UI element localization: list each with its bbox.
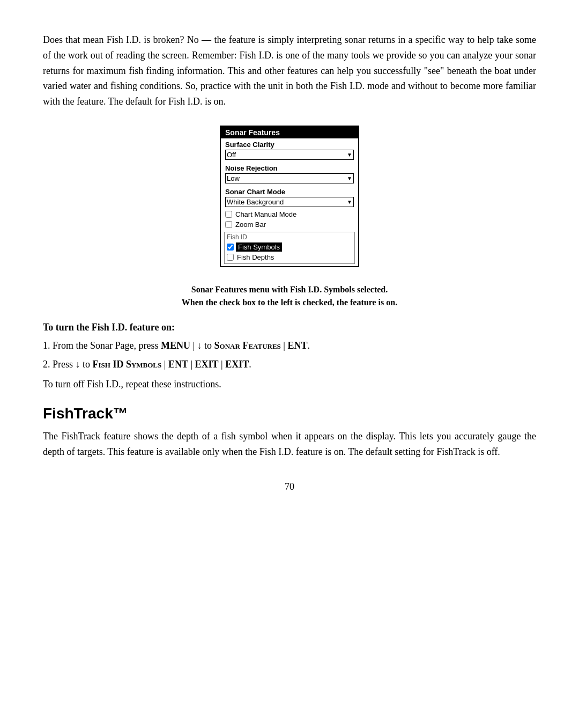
sonar-chart-mode-select[interactable]: White Background Black Background [226,197,353,207]
menu-container: Sonar Features Surface Clarity Off Low M… [43,126,536,267]
noise-rejection-select-wrapper[interactable]: Low Medium High ▼ [225,173,354,183]
surface-clarity-select-wrapper[interactable]: Off Low Medium High ▼ [225,150,354,160]
step1-menu-key: MENU [161,340,190,351]
sonar-chart-mode-row: White Background Black Background ▼ [221,196,358,209]
fish-id-group-label: Fish ID [227,233,352,241]
step1-ent: | ENT. [281,340,310,351]
step1-text: 1. From the Sonar Page, press [43,340,161,351]
menu-title: Sonar Features [221,127,358,138]
surface-clarity-row: Off Low Medium High ▼ [221,149,358,162]
noise-rejection-select[interactable]: Low Medium High [226,174,353,183]
fish-symbols-checkbox[interactable] [227,244,234,251]
intro-paragraph: Does that mean Fish I.D. is broken? No —… [43,32,536,109]
fish-depths-label: Fish Depths [237,253,274,261]
step2-text: 2. Press ↓ to [43,359,93,370]
fishtrack-heading: FishTrack™ [43,405,536,422]
chart-manual-mode-checkbox[interactable] [225,211,232,218]
turn-on-heading: To turn the Fish I.D. feature on: [43,322,536,333]
step1-arrow: | ↓ to [190,340,214,351]
zoom-bar-row: Zoom Bar [221,219,358,230]
surface-clarity-label: Surface Clarity [221,138,358,149]
fish-symbols-row: Fish Symbols [227,242,352,252]
surface-clarity-select[interactable]: Off Low Medium High [226,150,353,159]
step2-end: | ENT | EXIT | EXIT. [161,359,251,370]
caption-block: Sonar Features menu with Fish I.D. Symbo… [43,283,536,309]
noise-rejection-row: Low Medium High ▼ [221,173,358,186]
zoom-bar-checkbox[interactable] [225,221,232,228]
caption-line2: When the check box to the left is checke… [43,296,536,309]
fish-symbols-label: Fish Symbols [236,242,282,252]
step2: 2. Press ↓ to Fish ID Symbols | ENT | EX… [43,356,536,373]
fish-id-group: Fish ID Fish Symbols Fish Depths [224,232,355,264]
fishtrack-paragraph: The FishTrack feature shows the depth of… [43,429,536,460]
sonar-chart-mode-select-wrapper[interactable]: White Background Black Background ▼ [225,197,354,207]
sonar-chart-mode-label: Sonar Chart Mode [221,186,358,196]
fish-depths-row: Fish Depths [227,252,352,262]
noise-rejection-label: Noise Rejection [221,162,358,173]
step1-sonar-features: Sonar Features [214,340,281,351]
page-number: 70 [43,481,536,492]
zoom-bar-label: Zoom Bar [235,220,266,229]
chart-manual-mode-row: Chart Manual Mode [221,209,358,219]
step1: 1. From the Sonar Page, press MENU | ↓ t… [43,337,536,354]
turn-off-text: To turn off Fish I.D., repeat these inst… [43,377,536,392]
caption-line1: Sonar Features menu with Fish I.D. Symbo… [43,283,536,296]
sonar-features-menu: Sonar Features Surface Clarity Off Low M… [220,126,359,267]
chart-manual-mode-label: Chart Manual Mode [235,210,296,218]
fish-depths-checkbox[interactable] [227,254,234,261]
instruction-list: 1. From the Sonar Page, press MENU | ↓ t… [43,337,536,372]
step2-fish-id-symbols: Fish ID Symbols [93,359,162,370]
